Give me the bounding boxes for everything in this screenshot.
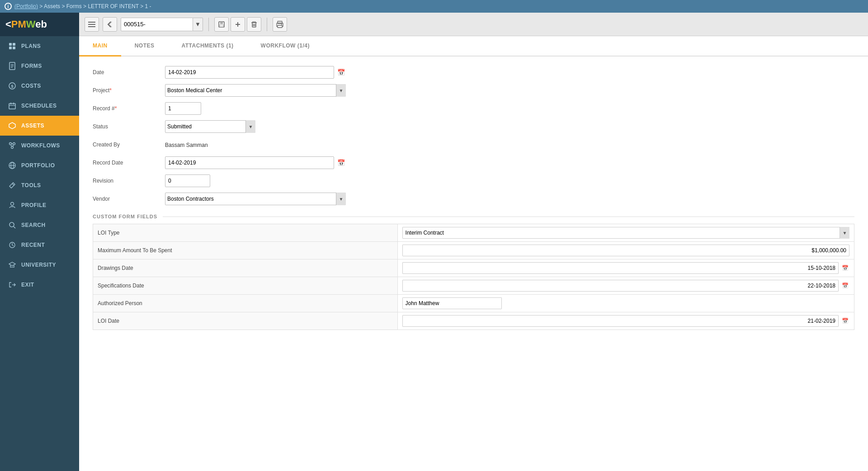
- loi-type-select[interactable]: Interim Contract Final Contract: [402, 227, 849, 239]
- status-select[interactable]: Submitted Draft Approved Rejected: [165, 120, 255, 133]
- schedules-icon: [8, 101, 17, 110]
- drawings-date-input[interactable]: [402, 262, 839, 274]
- specs-date-calendar-icon[interactable]: 📅: [840, 280, 849, 292]
- svg-line-27: [14, 226, 15, 228]
- specs-date-wrapper: 📅: [402, 280, 849, 292]
- tab-main[interactable]: MAIN: [79, 36, 121, 57]
- svg-line-19: [11, 145, 12, 146]
- sidebar-item-costs[interactable]: $ COSTS: [0, 76, 79, 96]
- loi-type-label: LOI Type: [93, 224, 398, 242]
- vendor-select[interactable]: Boston Contractors: [165, 193, 346, 205]
- svg-rect-10: [9, 104, 15, 109]
- authorized-person-input[interactable]: [402, 297, 502, 309]
- toolbar-separator-2: [267, 18, 267, 31]
- delete-button[interactable]: [247, 17, 261, 32]
- status-label: Status: [93, 123, 165, 130]
- sidebar-item-workflows[interactable]: WORKFLOWS: [0, 136, 79, 155]
- svg-point-15: [9, 143, 12, 145]
- tab-workflow[interactable]: WORKFLOW (1/4): [247, 36, 323, 57]
- loi-date-wrapper: 📅: [402, 315, 849, 327]
- section-header-line: [163, 217, 854, 217]
- record-selector[interactable]: ▼: [121, 18, 203, 31]
- sidebar-item-label: COSTS: [21, 83, 41, 89]
- project-row: Project* Boston Medical Center ▼: [93, 84, 854, 97]
- created-by-value: Bassam Samman: [165, 141, 346, 148]
- project-field: Boston Medical Center ▼: [165, 84, 346, 97]
- assets-icon: [8, 121, 17, 130]
- sidebar-item-schedules[interactable]: SCHEDULES: [0, 96, 79, 116]
- sidebar-item-forms[interactable]: FORMS: [0, 56, 79, 76]
- menu-button[interactable]: [85, 17, 99, 32]
- sidebar-item-assets[interactable]: ASSETS: [0, 116, 79, 136]
- workflows-icon: [8, 141, 17, 150]
- portfolio-icon: [8, 161, 17, 170]
- sidebar-item-tools[interactable]: TOOLS: [0, 175, 79, 195]
- date-input[interactable]: [165, 66, 334, 79]
- university-icon: [8, 260, 17, 269]
- toolbar-separator: [208, 18, 209, 31]
- save-button[interactable]: [214, 17, 229, 32]
- loi-date-input[interactable]: [402, 315, 839, 327]
- sidebar-item-label: WORKFLOWS: [21, 142, 60, 149]
- tab-attachments[interactable]: ATTACHMENTS (1): [168, 36, 247, 57]
- svg-line-24: [12, 184, 14, 185]
- profile-icon: [8, 201, 17, 210]
- sidebar-item-label: SEARCH: [21, 222, 46, 228]
- tab-notes[interactable]: NOTES: [121, 36, 168, 57]
- specs-date-cell: 📅: [397, 277, 854, 295]
- add-button[interactable]: [231, 17, 245, 32]
- created-by-label: Created By: [93, 141, 165, 148]
- section-header-label: CUSTOM FORM FIELDS: [93, 214, 157, 219]
- sidebar-item-profile[interactable]: PROFILE: [0, 195, 79, 215]
- created-by-row: Created By Bassam Samman: [93, 138, 854, 151]
- sidebar-item-label: PLANS: [21, 43, 41, 49]
- revision-input[interactable]: [165, 174, 210, 187]
- project-select[interactable]: Boston Medical Center: [165, 84, 346, 97]
- sidebar-item-label: SCHEDULES: [21, 103, 57, 109]
- loi-type-select-wrapper: Interim Contract Final Contract ▼: [402, 227, 849, 239]
- sidebar-item-portfolio[interactable]: PORTFOLIO: [0, 155, 79, 175]
- revision-label: Revision: [93, 178, 165, 184]
- info-icon[interactable]: i: [5, 3, 12, 10]
- revision-field: [165, 174, 346, 187]
- exit-icon: [8, 280, 17, 289]
- svg-rect-2: [9, 47, 12, 49]
- max-amount-label: Maximum Amount To Be Spent: [93, 242, 398, 259]
- drawings-date-cell: 📅: [397, 259, 854, 277]
- print-button[interactable]: [273, 17, 287, 32]
- search-icon: [8, 221, 17, 230]
- authorized-person-label: Authorized Person: [93, 295, 398, 312]
- content-area: ▼ MAIN NOTES ATTACHME: [79, 13, 868, 471]
- svg-point-26: [9, 222, 14, 227]
- sidebar-item-label: TOOLS: [21, 182, 41, 188]
- authorized-person-cell: [397, 295, 854, 312]
- date-row: Date 📅: [93, 66, 854, 79]
- record-number-input[interactable]: [165, 102, 201, 115]
- date-label: Date: [93, 69, 165, 75]
- sidebar-item-plans[interactable]: PLANS: [0, 36, 79, 56]
- max-amount-input[interactable]: [402, 245, 849, 256]
- table-row-max-amount: Maximum Amount To Be Spent: [93, 242, 854, 259]
- record-date-input[interactable]: [165, 156, 334, 169]
- date-field: 📅: [165, 66, 346, 79]
- date-calendar-icon[interactable]: 📅: [336, 66, 346, 79]
- specs-date-input[interactable]: [402, 280, 839, 292]
- record-date-row: Record Date 📅: [93, 156, 854, 170]
- drawings-date-calendar-icon[interactable]: 📅: [840, 262, 849, 274]
- sidebar-item-label: RECENT: [21, 242, 45, 248]
- breadcrumb-portfolio[interactable]: (Portfolio): [14, 3, 38, 9]
- record-input[interactable]: [121, 18, 193, 31]
- sidebar-item-search[interactable]: SEARCH: [0, 215, 79, 235]
- svg-point-16: [13, 143, 15, 145]
- loi-date-calendar-icon[interactable]: 📅: [840, 315, 849, 327]
- back-button[interactable]: [103, 17, 117, 32]
- max-amount-cell: [397, 242, 854, 259]
- sidebar-item-university[interactable]: UNIVERSITY: [0, 255, 79, 275]
- record-dropdown-arrow[interactable]: ▼: [193, 18, 203, 31]
- sidebar-item-exit[interactable]: EXIT: [0, 275, 79, 295]
- record-date-calendar-icon[interactable]: 📅: [336, 156, 346, 169]
- project-label: Project*: [93, 87, 165, 94]
- drawings-date-wrapper: 📅: [402, 262, 849, 274]
- sidebar-item-recent[interactable]: RECENT: [0, 235, 79, 255]
- sidebar-item-label: EXIT: [21, 282, 34, 288]
